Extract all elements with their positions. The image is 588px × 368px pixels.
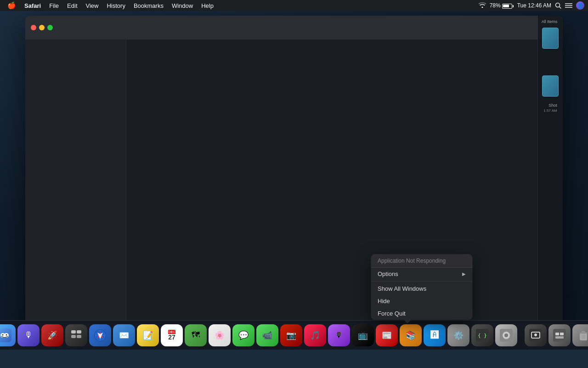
spotlight-button[interactable]	[555, 2, 561, 9]
svg-rect-30	[555, 333, 559, 335]
menubar: 🍎 Safari File Edit View History Bookmark…	[0, 0, 588, 11]
safari-sidebar	[25, 40, 126, 338]
sysprefs-icon: ⚙️	[453, 330, 464, 340]
desktop: All Items Shot 1:57 AM Application Not R…	[0, 11, 588, 350]
svg-point-10	[6, 334, 7, 335]
dock-item-sysprefs[interactable]: ⚙️	[447, 324, 469, 346]
panel-items-label: All Items	[542, 19, 560, 24]
menubar-right: 78% Tue 12:46 AM	[479, 1, 584, 10]
svg-rect-31	[560, 333, 564, 335]
dock-item-mission-control[interactable]	[65, 324, 87, 346]
dock-item-appstore[interactable]: 🅰	[424, 324, 446, 346]
facetime-icon: 📹	[262, 330, 272, 340]
dock-item-books[interactable]: 📚	[400, 324, 422, 346]
svg-point-9	[2, 334, 4, 335]
panel-thumbnail-1[interactable]	[542, 28, 559, 49]
battery-status[interactable]: 78%	[490, 2, 514, 9]
context-menu-force-quit-label: Force Quit	[378, 310, 406, 317]
dock-item-script-editor[interactable]: { }	[471, 324, 493, 346]
time-display: Tue 12:46 AM	[517, 2, 551, 9]
dock-item-siri[interactable]: 🎙	[17, 324, 40, 346]
news-icon: 📰	[382, 330, 392, 340]
svg-text:{ }: { }	[478, 333, 487, 339]
dock-item-facetime[interactable]: 📹	[256, 324, 278, 346]
siri-icon: 🎙	[24, 330, 33, 340]
maps-icon: 🗺	[192, 330, 200, 340]
dock-item-appletv[interactable]: 📺	[352, 324, 374, 346]
dock-item-podcasts[interactable]: 🎙	[328, 324, 350, 346]
context-menu-show-all-windows[interactable]: Show All Windows	[371, 282, 472, 295]
panel-thumbnail-2[interactable]	[542, 75, 559, 97]
dock-item-launchpad[interactable]: 🚀	[41, 324, 63, 346]
photobooth-icon: 📷	[286, 330, 296, 340]
menu-view[interactable]: View	[82, 1, 102, 10]
context-menu: Application Not Responding Options ▶ Sho…	[371, 254, 472, 320]
dock-item-safari[interactable]	[89, 324, 111, 346]
dock-item-widget2[interactable]	[548, 324, 571, 346]
apple-menu[interactable]: 🍎	[4, 1, 20, 10]
panel-screenshot-time: 1:57 AM	[542, 109, 559, 113]
wifi-icon	[479, 2, 486, 9]
dock-item-notes[interactable]: 📝	[137, 324, 159, 346]
dock-item-maps[interactable]: 🗺	[185, 324, 207, 346]
appstore-icon: 🅰	[430, 330, 439, 340]
dock: 🎙 🚀 ✉️ 📝	[0, 320, 588, 350]
user-avatar[interactable]: 👤	[576, 1, 584, 10]
safari-main-content	[126, 40, 563, 338]
dock-item-trash[interactable]	[572, 324, 588, 346]
mail-icon: ✉️	[119, 330, 129, 340]
menu-bookmarks[interactable]: Bookmarks	[130, 1, 167, 10]
menubar-left: 🍎 Safari File Edit View History Bookmark…	[4, 1, 217, 10]
safari-titlebar	[25, 16, 563, 40]
context-menu-show-all-windows-label: Show All Windows	[378, 285, 426, 292]
battery-percent: 78%	[490, 2, 501, 9]
menu-history[interactable]: History	[103, 1, 129, 10]
photos-icon: 🌸	[215, 330, 225, 340]
dock-item-disk-utility[interactable]	[495, 324, 517, 346]
minimize-button[interactable]	[39, 25, 45, 30]
dock-item-music[interactable]: 🎵	[304, 324, 326, 346]
appletv-icon: 📺	[358, 330, 368, 340]
close-button[interactable]	[31, 25, 36, 30]
dock-item-messages[interactable]: 💬	[232, 324, 254, 346]
submenu-arrow-icon: ▶	[462, 271, 466, 276]
notes-icon: 📝	[143, 330, 153, 340]
context-menu-options[interactable]: Options ▶	[371, 268, 472, 280]
svg-point-25	[504, 334, 508, 337]
svg-rect-8	[3, 334, 6, 337]
context-menu-hide-label: Hide	[378, 298, 390, 305]
svg-rect-14	[77, 335, 81, 338]
wifi-status[interactable]	[479, 2, 486, 9]
dock-item-screen-capture[interactable]	[525, 324, 547, 346]
maximize-button[interactable]	[47, 25, 53, 30]
podcasts-icon: 🎙	[335, 331, 343, 339]
context-menu-tail	[404, 320, 411, 323]
svg-rect-13	[71, 335, 76, 338]
safari-right-panel: All Items Shot 1:57 AM	[537, 16, 563, 338]
dock-item-calendar[interactable]: DEC 27	[161, 324, 183, 346]
context-menu-force-quit[interactable]: Force Quit	[371, 307, 472, 320]
dock-item-finder[interactable]	[0, 324, 16, 346]
menu-edit[interactable]: Edit	[63, 1, 81, 10]
menu-window[interactable]: Window	[168, 1, 197, 10]
control-center-button[interactable]	[565, 3, 572, 8]
music-icon: 🎵	[310, 330, 320, 340]
books-icon: 📚	[406, 330, 416, 340]
menu-help[interactable]: Help	[198, 1, 217, 10]
dock-item-photobooth[interactable]: 📷	[280, 324, 302, 346]
svg-rect-11	[71, 330, 76, 334]
dock-item-mail[interactable]: ✉️	[113, 324, 135, 346]
user-icon: 👤	[577, 3, 583, 8]
launchpad-icon: 🚀	[47, 330, 57, 340]
svg-point-28	[534, 334, 537, 336]
svg-rect-12	[77, 330, 81, 334]
menu-file[interactable]: File	[45, 1, 62, 10]
dock-item-photos[interactable]: 🌸	[209, 324, 231, 346]
dock-item-news[interactable]: 📰	[376, 324, 398, 346]
svg-rect-32	[555, 336, 564, 339]
svg-rect-29	[553, 329, 566, 342]
app-name[interactable]: Safari	[21, 1, 45, 10]
context-menu-hide[interactable]: Hide	[371, 295, 472, 307]
context-menu-options-label: Options	[378, 270, 398, 277]
clock[interactable]: Tue 12:46 AM	[517, 2, 551, 9]
